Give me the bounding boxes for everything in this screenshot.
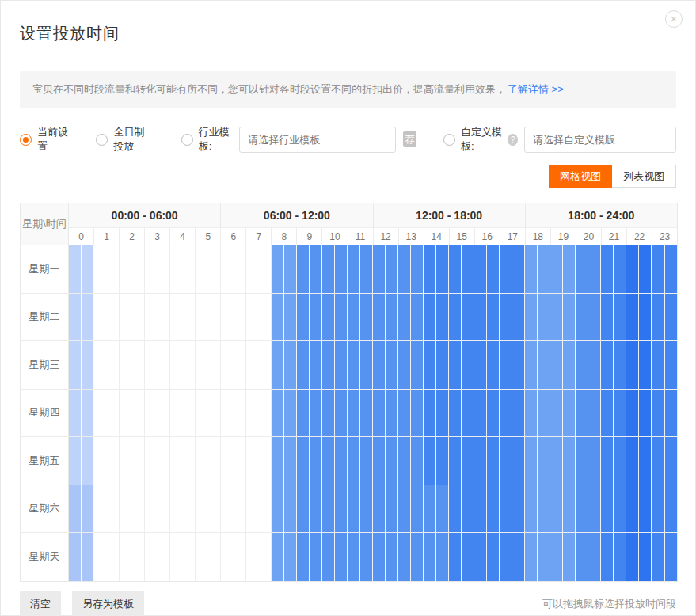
half-hour-cell[interactable] <box>436 485 449 533</box>
half-hour-cell[interactable] <box>500 437 512 485</box>
half-hour-cell[interactable] <box>525 533 538 581</box>
half-hour-cell[interactable] <box>436 533 449 581</box>
schedule-cell[interactable] <box>398 533 424 581</box>
radio-current-setting[interactable]: 当前设置 <box>20 125 69 154</box>
schedule-cell[interactable] <box>652 485 677 533</box>
schedule-cell[interactable] <box>424 245 449 293</box>
schedule-cell[interactable] <box>145 294 170 341</box>
half-hour-cell[interactable] <box>626 437 639 485</box>
half-hour-cell[interactable] <box>576 341 588 389</box>
half-hour-cell[interactable] <box>411 294 424 341</box>
half-hour-cell[interactable] <box>424 245 436 293</box>
half-hour-cell[interactable] <box>386 390 398 437</box>
half-hour-cell[interactable] <box>436 390 449 437</box>
clear-button[interactable]: 清空 <box>20 591 61 616</box>
half-hour-cell[interactable] <box>398 294 411 341</box>
half-hour-cell[interactable] <box>170 390 183 437</box>
half-hour-cell[interactable] <box>424 294 436 341</box>
half-hour-cell[interactable] <box>525 390 538 437</box>
half-hour-cell[interactable] <box>196 341 208 389</box>
radio-industry-template[interactable]: 行业模板: <box>181 125 233 154</box>
half-hour-cell[interactable] <box>512 245 525 293</box>
half-hour-cell[interactable] <box>525 437 538 485</box>
half-hour-cell[interactable] <box>538 245 550 293</box>
schedule-cell[interactable] <box>550 294 576 341</box>
half-hour-cell[interactable] <box>196 485 208 533</box>
half-hour-cell[interactable] <box>272 245 284 293</box>
half-hour-cell[interactable] <box>614 294 626 341</box>
radio-selected-icon[interactable] <box>20 134 32 146</box>
schedule-cell[interactable] <box>500 294 525 341</box>
schedule-cell[interactable] <box>170 437 196 485</box>
half-hour-cell[interactable] <box>639 485 652 533</box>
schedule-cell[interactable] <box>550 245 576 293</box>
half-hour-cell[interactable] <box>94 245 107 293</box>
schedule-cell[interactable] <box>398 485 424 533</box>
schedule-cell[interactable] <box>500 437 525 485</box>
half-hour-cell[interactable] <box>234 245 246 293</box>
half-hour-cell[interactable] <box>436 294 449 341</box>
half-hour-cell[interactable] <box>626 341 639 389</box>
half-hour-cell[interactable] <box>196 245 208 293</box>
schedule-cell[interactable] <box>626 437 652 485</box>
half-hour-cell[interactable] <box>297 390 310 437</box>
half-hour-cell[interactable] <box>145 390 158 437</box>
schedule-cell[interactable] <box>94 533 120 581</box>
half-hour-cell[interactable] <box>208 245 221 293</box>
schedule-cell[interactable] <box>474 390 500 437</box>
schedule-cell[interactable] <box>474 294 500 341</box>
schedule-cell[interactable] <box>550 390 576 437</box>
schedule-cell[interactable] <box>525 485 550 533</box>
half-hour-cell[interactable] <box>576 437 588 485</box>
half-hour-cell[interactable] <box>259 533 272 581</box>
half-hour-cell[interactable] <box>208 437 221 485</box>
half-hour-cell[interactable] <box>259 390 272 437</box>
half-hour-cell[interactable] <box>601 294 614 341</box>
half-hour-cell[interactable] <box>335 533 348 581</box>
half-hour-cell[interactable] <box>69 294 82 341</box>
schedule-cell[interactable] <box>120 341 145 389</box>
half-hour-cell[interactable] <box>411 533 424 581</box>
schedule-cell[interactable] <box>120 437 145 485</box>
schedule-cell[interactable] <box>94 437 120 485</box>
half-hour-cell[interactable] <box>373 294 386 341</box>
half-hour-cell[interactable] <box>221 245 234 293</box>
schedule-cell[interactable] <box>221 390 246 437</box>
half-hour-cell[interactable] <box>310 390 322 437</box>
schedule-cell[interactable] <box>449 245 474 293</box>
schedule-cell[interactable] <box>348 341 373 389</box>
schedule-cell[interactable] <box>170 533 196 581</box>
half-hour-cell[interactable] <box>424 437 436 485</box>
half-hour-cell[interactable] <box>69 245 82 293</box>
schedule-cell[interactable] <box>170 390 196 437</box>
schedule-cell[interactable] <box>322 485 348 533</box>
half-hour-cell[interactable] <box>487 533 500 581</box>
half-hour-cell[interactable] <box>373 437 386 485</box>
half-hour-cell[interactable] <box>411 437 424 485</box>
half-hour-cell[interactable] <box>94 485 107 533</box>
schedule-cell[interactable] <box>601 245 626 293</box>
half-hour-cell[interactable] <box>500 341 512 389</box>
schedule-cell[interactable] <box>373 485 398 533</box>
half-hour-cell[interactable] <box>563 533 576 581</box>
half-hour-cell[interactable] <box>538 390 550 437</box>
half-hour-cell[interactable] <box>601 533 614 581</box>
schedule-cell[interactable] <box>246 294 272 341</box>
schedule-cell[interactable] <box>500 341 525 389</box>
half-hour-cell[interactable] <box>386 341 398 389</box>
schedule-cell[interactable] <box>652 437 677 485</box>
half-hour-cell[interactable] <box>576 294 588 341</box>
half-hour-cell[interactable] <box>82 341 94 389</box>
half-hour-cell[interactable] <box>82 245 94 293</box>
half-hour-cell[interactable] <box>82 294 94 341</box>
schedule-cell[interactable] <box>373 533 398 581</box>
half-hour-cell[interactable] <box>158 533 170 581</box>
half-hour-cell[interactable] <box>639 533 652 581</box>
schedule-cell[interactable] <box>576 485 601 533</box>
half-hour-cell[interactable] <box>386 437 398 485</box>
half-hour-cell[interactable] <box>525 341 538 389</box>
schedule-cell[interactable] <box>246 245 272 293</box>
half-hour-cell[interactable] <box>563 390 576 437</box>
half-hour-cell[interactable] <box>512 437 525 485</box>
half-hour-cell[interactable] <box>234 390 246 437</box>
